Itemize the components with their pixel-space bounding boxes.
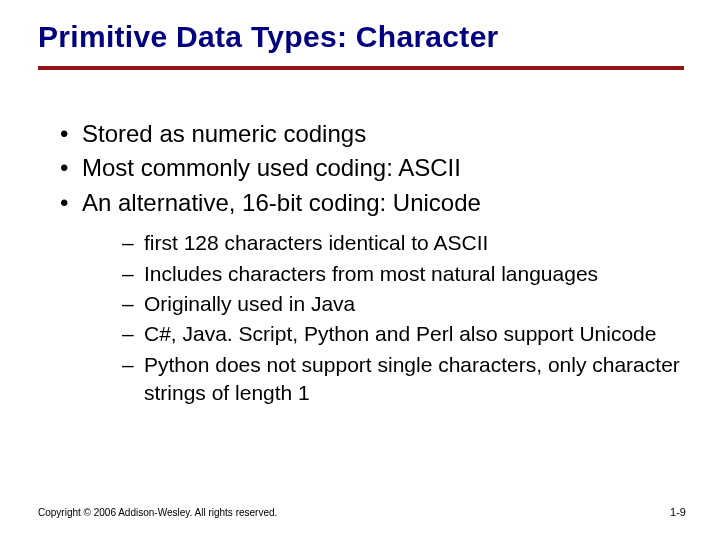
slide-body: •Stored as numeric codings •Most commonl…: [60, 118, 680, 409]
sub-bullet-item: –first 128 characters identical to ASCII: [122, 229, 680, 257]
sub-bullet-text: Originally used in Java: [144, 292, 355, 315]
bullet-text: An alternative, 16-bit coding: Unicode: [82, 189, 481, 216]
slide: Primitive Data Types: Character •Stored …: [0, 0, 720, 540]
sub-bullet-item: –C#, Java. Script, Python and Perl also …: [122, 320, 680, 348]
bullet-item: •Stored as numeric codings: [60, 118, 680, 150]
dash-icon: –: [122, 290, 144, 318]
bullet-icon: •: [60, 152, 82, 184]
sub-bullet-item: –Includes characters from most natural l…: [122, 260, 680, 288]
bullet-item: •An alternative, 16-bit coding: Unicode: [60, 187, 680, 219]
footer-copyright: Copyright © 2006 Addison-Wesley. All rig…: [38, 507, 277, 518]
bullet-icon: •: [60, 118, 82, 150]
sub-bullet-text: Includes characters from most natural la…: [144, 262, 598, 285]
dash-icon: –: [122, 260, 144, 288]
sub-bullet-text: first 128 characters identical to ASCII: [144, 231, 488, 254]
sub-bullet-item: –Python does not support single characte…: [122, 351, 680, 408]
dash-icon: –: [122, 351, 144, 379]
bullet-text: Most commonly used coding: ASCII: [82, 154, 461, 181]
footer-page-number: 1-9: [670, 506, 686, 518]
bullet-item: •Most commonly used coding: ASCII: [60, 152, 680, 184]
sub-bullet-text: C#, Java. Script, Python and Perl also s…: [144, 322, 656, 345]
sub-bullet-group: –first 128 characters identical to ASCII…: [122, 229, 680, 407]
bullet-icon: •: [60, 187, 82, 219]
sub-bullet-item: –Originally used in Java: [122, 290, 680, 318]
slide-title: Primitive Data Types: Character: [38, 20, 499, 54]
dash-icon: –: [122, 229, 144, 257]
dash-icon: –: [122, 320, 144, 348]
bullet-text: Stored as numeric codings: [82, 120, 366, 147]
title-rule: [38, 66, 684, 70]
sub-bullet-text: Python does not support single character…: [144, 353, 680, 404]
